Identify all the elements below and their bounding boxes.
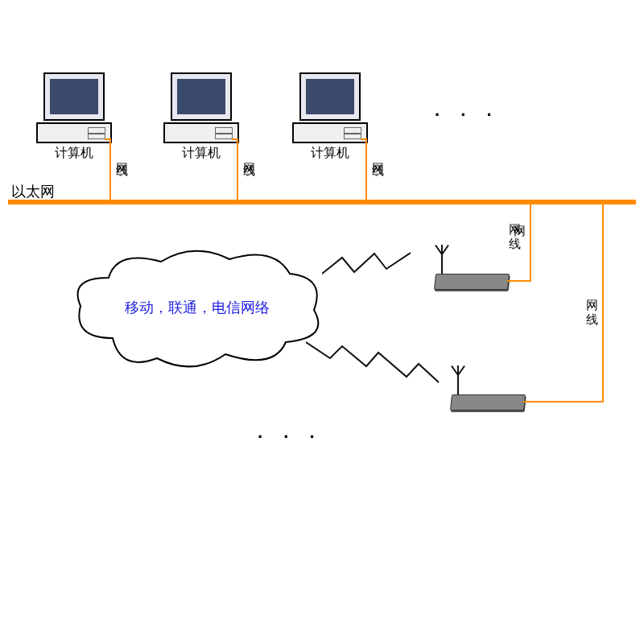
wireless-link-icon (306, 338, 443, 394)
cable-label: 网线 (509, 222, 521, 251)
computer-2: 计算机 (161, 72, 242, 162)
antenna-icon (441, 245, 443, 274)
modem-icon (434, 274, 510, 290)
cable-line (523, 401, 604, 402)
cable-line (361, 138, 367, 140)
computer-label: 计算机 (290, 145, 370, 162)
monitor-icon (299, 72, 361, 121)
cable-line (530, 204, 531, 282)
antenna-icon (457, 365, 459, 394)
wireless-link-icon (322, 250, 427, 282)
computer-label: 计算机 (34, 145, 114, 162)
monitor-icon (171, 72, 232, 121)
network-diagram: 计算机 计算机 计算机 · · · 网线 网线 网线 以太网 移动，联通，电信网… (0, 0, 644, 644)
cable-line (232, 138, 238, 140)
ellipsis-bottom: · · · (258, 427, 323, 448)
cable-label: 网线 (370, 153, 386, 156)
cloud-text: 移动，联通，电信网络 (101, 298, 294, 317)
tower-icon (36, 122, 112, 143)
tower-icon (292, 122, 368, 143)
computer-1: 计算机 (34, 72, 114, 162)
tower-icon (163, 122, 239, 143)
cable-line (602, 204, 604, 402)
ellipsis-top: · · · (435, 105, 500, 126)
cable-line (507, 280, 531, 282)
modem-2 (451, 394, 525, 411)
cable-label: 网线 (242, 153, 257, 156)
computer-3: 计算机 (290, 72, 370, 162)
cable-line (105, 138, 111, 140)
cable-line (365, 138, 367, 200)
computer-label: 计算机 (161, 145, 242, 162)
cable-line (237, 138, 238, 200)
cable-line (109, 138, 111, 200)
ethernet-bus (8, 200, 636, 204)
ethernet-label: 以太网 (11, 182, 55, 201)
modem-icon (450, 394, 526, 411)
cable-label: 网线 (586, 298, 598, 327)
modem-1 (435, 274, 509, 290)
monitor-icon (43, 72, 105, 121)
cable-label: 网线 (114, 153, 130, 156)
